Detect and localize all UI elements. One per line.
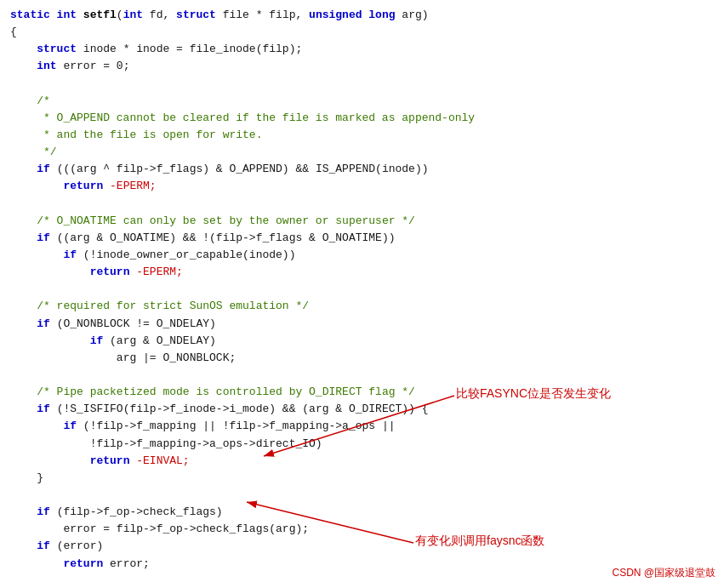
code-line: if (((arg ^ filp->f_flags) & O_APPEND) &… [0, 161, 724, 178]
code-line: /* required for strict SunOS emulation *… [0, 298, 724, 315]
code-line: error = filp->f_op->check_flags(arg); [0, 521, 724, 538]
code-line [0, 487, 724, 504]
code-line: if (error) [0, 538, 724, 555]
code-line [0, 76, 724, 93]
code-lines: static int setfl(int fd, struct file * f… [0, 7, 724, 588]
code-line: * O_APPEND cannot be cleared if the file… [0, 110, 724, 127]
code-line: /* [0, 93, 724, 110]
code-line: if (!S_ISFIFO(filp->f_inode->i_mode) && … [0, 401, 724, 418]
code-line: * and the file is open for write. [0, 127, 724, 144]
code-line: !filp->f_mapping->a_ops->direct_IO) [0, 436, 724, 453]
code-line [0, 196, 724, 213]
code-line: return -EINVAL; [0, 453, 724, 470]
csdn-watermark: CSDN @国家级退堂鼓 [612, 565, 715, 581]
code-container: static int setfl(int fd, struct file * f… [0, 0, 724, 588]
code-line: if (!filp->f_mapping || !filp->f_mapping… [0, 418, 724, 435]
code-line: if ((arg & O_NOATIME) && !(filp->f_flags… [0, 230, 724, 247]
code-line: static int setfl(int fd, struct file * f… [0, 7, 724, 24]
annotation-fasync: 比较FASYNC位是否发生变化 [456, 385, 611, 403]
code-line: if (filp->f_op->check_flags) [0, 504, 724, 521]
code-line: } [0, 470, 724, 487]
code-line: if (!inode_owner_or_capable(inode)) [0, 247, 724, 264]
code-line [0, 367, 724, 384]
code-line: arg |= O_NONBLOCK; [0, 350, 724, 367]
code-line: { [0, 24, 724, 41]
code-line: if (arg & O_NDELAY) [0, 333, 724, 350]
code-line: /* O_NOATIME can only be set by the owne… [0, 213, 724, 230]
code-line: return -EPERM; [0, 178, 724, 195]
code-line: */ [0, 144, 724, 161]
annotation-fasync-call: 有变化则调用faysnc函数 [415, 532, 544, 551]
code-line: if (O_NONBLOCK != O_NDELAY) [0, 316, 724, 333]
code-line: struct inode * inode = file_inode(filp); [0, 41, 724, 58]
code-line: /* Pipe packetized mode is controlled by… [0, 384, 724, 401]
code-line [0, 281, 724, 298]
code-line: return -EPERM; [0, 264, 724, 281]
code-line: int error = 0; [0, 58, 724, 75]
